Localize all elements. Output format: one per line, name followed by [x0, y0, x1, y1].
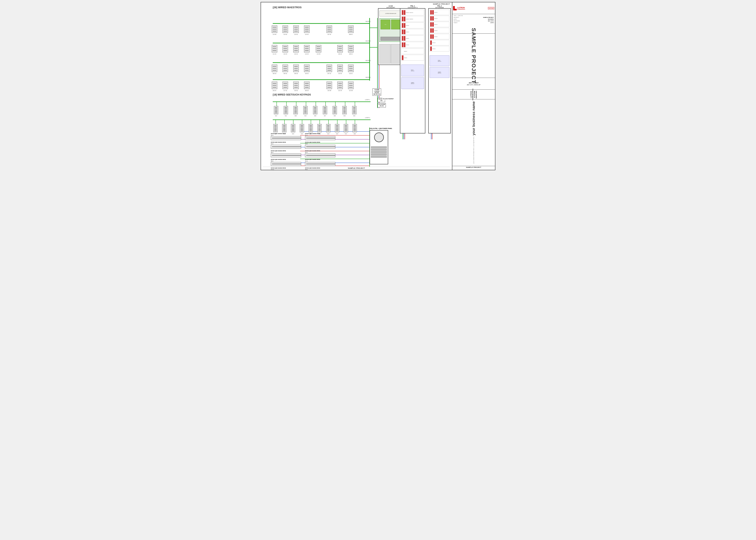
wire-landing-label: 1/3 WIRE LANDING BOARD TBL IN LV-32	[373, 88, 381, 96]
shade-drives-right: SIVOIA QED SHADE DRIVE S1-A SIVOIA QED S…	[305, 133, 335, 170]
pnl2-panel: PNL-2 114-GARAGE 12140-01 12141-01 1214	[428, 8, 451, 133]
tb-logo-area: LUTRON HOMEWORKS CERTIFIED	[452, 2, 495, 14]
revision-no-value-cell: N/A 1 OF 2	[488, 20, 494, 22]
maestro-113-01: 113-01	[293, 25, 299, 33]
maestro-107-01: 107-01	[326, 25, 332, 33]
revision-label-cell: REVISION#:	[453, 20, 460, 22]
seetouch-608: 608	[313, 106, 317, 114]
sheet-title-text: LUTRON HOMEWORKS SYSTEM GRAPHIC	[470, 89, 477, 100]
seetouch-617: 617	[309, 124, 313, 132]
maestro-108-01: 108-01	[348, 45, 353, 53]
tb-business-area: your business name { your tag line here …	[452, 99, 495, 166]
seetouch-613: 613	[344, 124, 348, 132]
tb-project-name-area: SAMPLE PROJECT	[452, 34, 495, 78]
bus1-label: BUSS 1	[366, 21, 371, 22]
svg-rect-48	[453, 9, 457, 10]
seetouch-604: 604	[273, 124, 278, 132]
maestro-111-01: 111-01	[272, 45, 277, 53]
seetouch-616: 616	[300, 124, 304, 132]
maestro-113-02: 113-02	[283, 25, 288, 33]
seetouch-609: 609	[294, 106, 298, 114]
maestro-110-04: 110-04	[283, 45, 288, 53]
seetouch-615: 615	[291, 124, 295, 132]
pnl1-title: PNL-1	[400, 5, 425, 7]
tag-line: { your tag line here }	[473, 136, 474, 147]
pnl2-subtitle: 114-GARAGE	[429, 7, 450, 8]
seetouch-602: 602	[352, 106, 356, 114]
maestro-205-02b: 205-02	[304, 81, 310, 89]
seetouch-610: 610	[303, 106, 308, 114]
seetouch-603: 603	[342, 106, 347, 114]
bus4-label: BUSS 4	[366, 77, 371, 78]
loop2-label: LOOP 2	[365, 117, 370, 118]
maestro-110-02: 110-02	[304, 45, 310, 53]
seetouch-620: 620	[335, 124, 339, 132]
address-line2: ANY CITY, STATE ZIP	[453, 84, 494, 85]
maestro-207-01: 207-01	[326, 65, 332, 72]
lutron-logo-icon	[453, 6, 457, 10]
seetouch-606: 606	[352, 124, 357, 132]
maestro-106-02: 106-02	[293, 65, 299, 72]
name-label: JON L. LONG SR.	[453, 15, 463, 17]
business-name: your business name	[472, 101, 476, 135]
title-block: LUTRON HOMEWORKS CERTIFIED JON L. LONG S…	[452, 2, 495, 170]
contact-info: { your contact information here }	[473, 147, 474, 164]
seetouch-607: 607	[323, 106, 327, 114]
maestro-115-02: 115-02	[337, 65, 343, 72]
maestro-121-08: 121-08	[348, 81, 353, 89]
maestro-119-01: 119-01	[293, 81, 299, 89]
maestro-208-01: 208-01	[348, 25, 353, 33]
main-page: SAMPLE PROJECT	[261, 2, 495, 170]
maestro-116-01: 116-01	[348, 65, 353, 72]
date-label-cell: DATE:	[453, 18, 457, 20]
project-name-rotated: SAMPLE PROJECT	[470, 28, 477, 83]
pnl1-subtitle: 121A-EQUIPT 2	[400, 7, 425, 8]
maestro-117-01: 117-01	[283, 81, 288, 89]
maestro-109-02: 109-02	[337, 45, 343, 53]
lv32-title: LV-32	[378, 5, 403, 7]
bus2-label: BUSS 2	[366, 40, 371, 42]
seetouch-618: 618	[317, 124, 322, 132]
project-label-cell: PROJECT:	[453, 17, 459, 18]
maestro-113-05: 113-05	[272, 25, 277, 33]
wired-seetouch-label: [18] WIRED SEETOUCH KEYPADS	[273, 93, 311, 96]
lv32-panel: LV-32 107A-EQUIPT LUTRON HW MAIN UNIT PC…	[378, 8, 404, 65]
wired-maestros-label: [28] WIRED MAESTROS	[273, 6, 302, 9]
pnl1-panel: PNL-1 121A-EQUIPT 2 14503-01 / 14501-03 …	[400, 8, 425, 133]
power-panel-title: SVQ-10-PNL + Q96 POWER PANEL	[370, 128, 392, 129]
maestro-110-05: 110-05	[316, 45, 321, 53]
seetouch-614: 614	[282, 124, 287, 132]
sheet-label-cell: SHEET:	[453, 22, 458, 24]
tb-bottom-label: SAMPLE PROJECT	[452, 166, 495, 170]
tb-sheet-title: LUTRON HOMEWORKS SYSTEM GRAPHIC	[452, 89, 495, 99]
seetouch-611: 611	[284, 106, 288, 114]
diagram-area: [28] WIRED MAESTROS BUSS 1 BUSS 2 BUSS 3…	[261, 2, 452, 170]
seetouch-619: 619	[326, 124, 330, 132]
project-value-cell: SAMPLE PROJECT	[483, 17, 494, 18]
maestro-110-01: 110-01	[293, 45, 299, 53]
maestro-120-08: 120-08	[326, 81, 332, 89]
bus3-label: BUSS 3	[366, 60, 371, 61]
maestro-106-01: 106-01	[283, 65, 288, 72]
lutron-brand: LUTRON	[457, 7, 465, 9]
maestro-114-01: 114-01	[304, 25, 310, 33]
lv32-subtitle: 107A-EQUIPT	[378, 7, 403, 8]
loop1-label: LOOP 1	[365, 99, 370, 100]
bottom-border-label: SAMPLE PROJECT	[263, 167, 450, 169]
maestro-205-02: 205-02	[272, 65, 277, 72]
homeworks-brand: HOMEWORKS	[457, 9, 465, 10]
date-value-cell: 02/14/2011	[488, 18, 494, 20]
seetouch-612: 612	[274, 106, 278, 114]
pnl2-title: PNL-2	[429, 5, 450, 7]
maestro-103-01: 103-01	[304, 65, 310, 72]
power-panel: SVQ-10-PNL + Q96 POWER PANEL	[370, 128, 392, 164]
shade-drives-left: SIVOIA QED SHADE DRIVE S2-A SIVOIA QED S…	[271, 133, 301, 170]
maestro-203-01: 203-01	[272, 81, 277, 89]
certified-label: CERTIFIED	[488, 7, 494, 9]
seetouch-605: 605	[332, 106, 337, 114]
router-ethernet-label: RouteR ETHERNET	[382, 98, 394, 100]
maestro-121-04: 121-04	[337, 81, 343, 89]
sheet-value-cell: 1 OF 2	[490, 22, 494, 24]
av-system-label: AV SYSTEM RS-232	[378, 103, 386, 107]
